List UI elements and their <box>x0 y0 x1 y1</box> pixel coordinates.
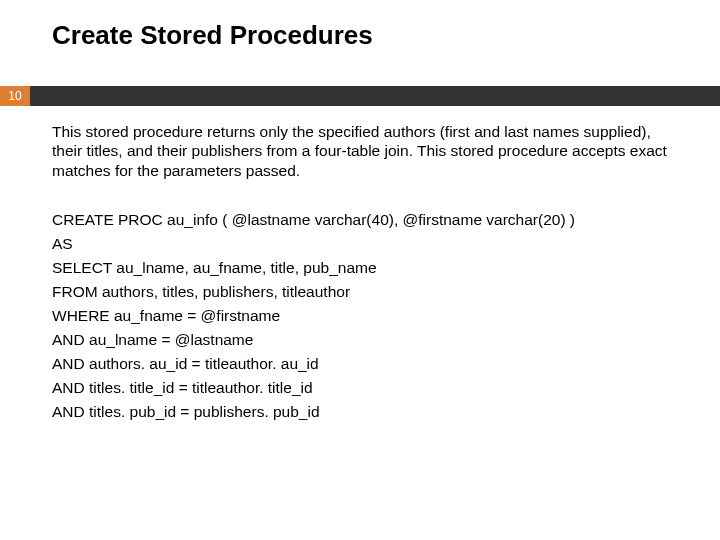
slide-title: Create Stored Procedures <box>52 20 373 51</box>
code-block: CREATE PROC au_info ( @lastname varchar(… <box>52 208 668 424</box>
accent-bar-fill <box>30 86 720 106</box>
code-line: SELECT au_lname, au_fname, title, pub_na… <box>52 256 668 280</box>
code-line: CREATE PROC au_info ( @lastname varchar(… <box>52 208 668 232</box>
slide-body: This stored procedure returns only the s… <box>52 122 668 424</box>
code-line: FROM authors, titles, publishers, titlea… <box>52 280 668 304</box>
code-line: AND au_lname = @lastname <box>52 328 668 352</box>
page-number-badge: 10 <box>0 86 30 106</box>
code-line: AS <box>52 232 668 256</box>
slide: Create Stored Procedures 10 This stored … <box>0 0 720 540</box>
code-line: AND titles. pub_id = publishers. pub_id <box>52 400 668 424</box>
code-line: WHERE au_fname = @firstname <box>52 304 668 328</box>
accent-bar: 10 <box>0 86 720 106</box>
description-text: This stored procedure returns only the s… <box>52 122 668 180</box>
code-line: AND titles. title_id = titleauthor. titl… <box>52 376 668 400</box>
code-line: AND authors. au_id = titleauthor. au_id <box>52 352 668 376</box>
